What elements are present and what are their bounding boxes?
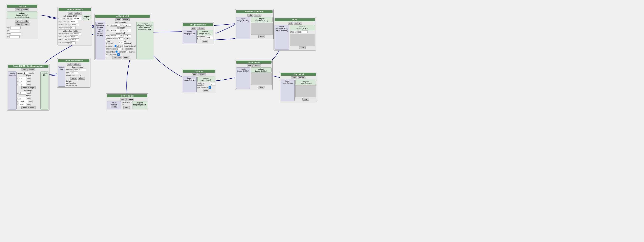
roland-delete-btn[interactable]: delete bbox=[28, 68, 35, 71]
ws-delete-btn[interactable]: delete bbox=[73, 63, 81, 66]
vec-fit[interactable] bbox=[210, 83, 215, 85]
invert-btn[interactable]: invert bbox=[22, 23, 30, 26]
set-pcb-defaults-node: set PCB defaults edit delete mill traces… bbox=[58, 7, 92, 46]
vt-edit-btn[interactable]: edit bbox=[120, 98, 126, 101]
dpi-input[interactable] bbox=[10, 26, 20, 29]
px-input[interactable] bbox=[10, 29, 20, 32]
threshold-val[interactable] bbox=[207, 36, 213, 39]
ws-edit-btn[interactable]: edit bbox=[66, 63, 72, 66]
dt-view-btn[interactable]: view bbox=[258, 35, 265, 38]
home-y[interactable] bbox=[19, 100, 28, 103]
mill-cut-depth[interactable] bbox=[70, 20, 78, 23]
offset-view-btn[interactable]: view bbox=[299, 46, 306, 49]
thresh-delete-btn[interactable]: delete bbox=[197, 27, 205, 30]
roland-title: Roland SRM-20 milling machine bbox=[8, 65, 48, 68]
websocket-node: WebSocket device edit delete inputs file… bbox=[57, 58, 90, 88]
vt-delete-btn[interactable]: delete bbox=[126, 98, 134, 101]
vec-view-btn[interactable]: view bbox=[203, 89, 209, 92]
mill-raster-edit-btn[interactable]: edit bbox=[116, 18, 121, 21]
mm-input[interactable] bbox=[11, 32, 21, 35]
tool-diam-in[interactable] bbox=[123, 24, 131, 27]
offset-inputs: inputs distances (F32) offset (number) bbox=[274, 25, 289, 50]
mill-offset-num[interactable] bbox=[70, 26, 76, 29]
image-threshold-title: image threshold bbox=[183, 23, 213, 26]
dt-edit-btn[interactable]: edit bbox=[247, 14, 253, 17]
set-pcb-title: set PCB defaults bbox=[58, 8, 91, 11]
edge-detect-title: edge detect bbox=[280, 73, 316, 76]
oe-view-btn[interactable]: view bbox=[258, 86, 264, 89]
set-pcb-delete-btn[interactable]: delete bbox=[74, 12, 82, 15]
offset-edit-btn[interactable]: edit bbox=[288, 22, 294, 25]
mill-max-depth[interactable] bbox=[71, 23, 79, 26]
move-home-btn[interactable]: move to home bbox=[22, 106, 36, 109]
conventional-radio[interactable] bbox=[122, 45, 125, 47]
home-z[interactable] bbox=[19, 103, 26, 106]
dt-delete-btn[interactable]: delete bbox=[254, 14, 262, 17]
cut-depth-in[interactable] bbox=[123, 29, 131, 32]
ws-close-btn[interactable]: close bbox=[78, 77, 85, 80]
jog-z[interactable] bbox=[19, 92, 26, 95]
reverse-radio[interactable] bbox=[125, 51, 128, 53]
offset-delete-btn[interactable]: delete bbox=[294, 22, 302, 25]
vectorize-title: vectorize bbox=[183, 70, 215, 73]
vec-edit-btn[interactable]: edit bbox=[192, 73, 198, 76]
forward-radio[interactable] bbox=[116, 51, 118, 53]
mill-raster-outputs: outputs diameter (number) offset (number… bbox=[136, 22, 154, 59]
roland-edit-btn[interactable]: edit bbox=[21, 68, 27, 71]
mill-raster-inputs: inputs imageInfo (object) path (array) s… bbox=[95, 22, 106, 59]
vt-view-btn[interactable]: view bbox=[123, 106, 130, 109]
read-png-edit-btn[interactable]: edit bbox=[15, 8, 21, 11]
offset-pixels[interactable] bbox=[302, 31, 308, 33]
in-input[interactable] bbox=[10, 35, 20, 38]
ed-delete-btn[interactable]: delete bbox=[298, 76, 306, 79]
mill-raster-2d-node: mill raster 2D edit delete inputs imageI… bbox=[94, 14, 151, 60]
max-depth-in[interactable] bbox=[123, 34, 131, 37]
ed-edit-btn[interactable]: edit bbox=[291, 76, 297, 79]
offset-title: offset bbox=[274, 18, 315, 21]
cut-depth-mm[interactable] bbox=[110, 29, 120, 32]
outline-offset-num[interactable] bbox=[70, 41, 76, 44]
ws-inputs: inputs file bbox=[58, 66, 65, 87]
sort-dist-check[interactable] bbox=[117, 53, 120, 56]
read-png-delete-btn[interactable]: delete bbox=[22, 8, 29, 11]
max-depth-mm[interactable] bbox=[110, 34, 120, 37]
ws-address[interactable] bbox=[73, 68, 86, 71]
offset-view-area bbox=[290, 34, 315, 46]
ws-port[interactable] bbox=[70, 71, 78, 74]
thresh-view-btn[interactable]: view bbox=[202, 40, 208, 43]
path-merge[interactable] bbox=[116, 48, 121, 50]
climb-radio[interactable] bbox=[114, 45, 117, 47]
select-png-btn[interactable]: select png file bbox=[15, 20, 29, 23]
mill-tool-diam[interactable] bbox=[73, 17, 81, 20]
read-png-outputs: outputs image (RGBA) imageInfo (object) bbox=[7, 12, 37, 19]
calculate-btn[interactable]: calculate bbox=[112, 56, 122, 59]
speed-input[interactable] bbox=[23, 72, 28, 75]
vec-delete-btn[interactable]: delete bbox=[198, 73, 206, 76]
home-x[interactable] bbox=[19, 97, 26, 100]
ws-open-btn[interactable]: open bbox=[70, 77, 77, 80]
move-origin-btn[interactable]: move to origin bbox=[22, 86, 36, 89]
vt-outputs: outputs toolpath (object) bbox=[132, 101, 147, 109]
origin-z[interactable] bbox=[19, 83, 26, 86]
oe-edit-btn[interactable]: edit bbox=[247, 64, 252, 67]
offset-num[interactable] bbox=[118, 37, 123, 40]
mill-raster-delete-btn[interactable]: delete bbox=[122, 18, 130, 21]
thresh-edit-btn[interactable]: edit bbox=[191, 27, 197, 30]
outline-tool-diam[interactable] bbox=[73, 32, 81, 35]
mill-view-btn[interactable]: view bbox=[123, 56, 130, 59]
tool-diam-mm[interactable] bbox=[110, 24, 120, 27]
mill-raster-title: mill raster 2D bbox=[95, 15, 150, 18]
origin-x[interactable] bbox=[19, 77, 26, 80]
set-pcb-edit-btn[interactable]: edit bbox=[68, 12, 74, 15]
oe-delete-btn[interactable]: delete bbox=[253, 64, 261, 67]
dist-transform-title: distance transform bbox=[236, 10, 272, 13]
ed-view-btn[interactable]: view bbox=[302, 98, 309, 101]
view-png-btn[interactable]: view bbox=[15, 23, 22, 26]
origin-y[interactable] bbox=[19, 80, 26, 83]
image-threshold-node: image threshold edit delete inputs image… bbox=[182, 22, 214, 44]
vt-inputs: inputs toolpath (object) bbox=[107, 101, 121, 109]
outline-cut-depth[interactable] bbox=[70, 35, 78, 38]
outline-max-depth[interactable] bbox=[71, 38, 79, 41]
vec-sort-check[interactable] bbox=[208, 86, 211, 89]
offset-stepover[interactable] bbox=[119, 41, 124, 44]
